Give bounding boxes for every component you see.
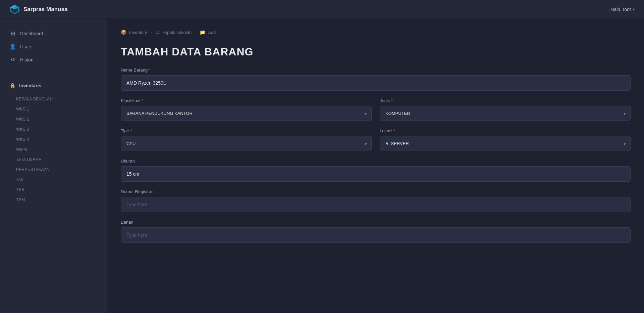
form-group-klasifikasi: Klasifikasi * SARANA PENDUKUNG KANTOR [121, 98, 372, 121]
breadcrumb-add[interactable]: 📁 Add [200, 30, 216, 35]
sidebar-item-wmm[interactable]: WMM [0, 144, 107, 154]
required-indicator: * [391, 98, 393, 103]
sidebar-item-tata-usaha[interactable]: TATA USAHA [0, 154, 107, 165]
label-tipe: Tipe * [121, 128, 372, 133]
label-klasifikasi: Klasifikasi * [121, 98, 372, 103]
required-indicator: * [394, 129, 395, 133]
label-lokasi: Lokasi * [380, 128, 631, 133]
breadcrumb: 📦 Inventory › 🗂 kepala sekolah › 📁 Add [121, 30, 631, 35]
form-row-tipe-lokasi: Tipe * CPU Lokasi * R. SERVER [121, 128, 631, 151]
sidebar-item-wks1[interactable]: WKS 1 [0, 104, 107, 114]
form-row-klasifikasi-jenis: Klasifikasi * SARANA PENDUKUNG KANTOR Je… [121, 98, 631, 121]
form-group-nomor-registrasi: Nomor Registrasi [121, 189, 631, 212]
sidebar-item-tkr[interactable]: TKR [0, 185, 107, 195]
nomor-registrasi-input[interactable] [121, 197, 631, 212]
form-group-lokasi: Lokasi * R. SERVER [380, 128, 631, 151]
chevron-down-icon: ▾ [633, 7, 635, 11]
lokasi-select[interactable]: R. SERVER [380, 136, 631, 151]
content-area: 📦 Inventory › 🗂 kepala sekolah › 📁 Add T… [107, 19, 644, 313]
sidebar-item-users[interactable]: 👤 Users [0, 40, 107, 53]
select-wrapper-jenis: KOMPUTER [380, 106, 631, 121]
form-group-nama-barang: Nama Barang * [121, 68, 631, 91]
nama-barang-input[interactable] [121, 75, 631, 91]
required-indicator: * [142, 98, 143, 103]
add-icon: 📁 [200, 30, 205, 35]
brand-logo [9, 4, 20, 15]
bahan-input[interactable] [121, 227, 631, 243]
form-group-jenis: Jenis * KOMPUTER [380, 98, 631, 121]
main-layout: ⊞ Dashboard 👤 Users ↺ Histori 🔒 Inventar… [0, 19, 644, 313]
sidebar-section-label: Inventaris [19, 83, 41, 88]
sidebar-item-tsm[interactable]: TSM [0, 195, 107, 205]
label-nomor-registrasi: Nomor Registrasi [121, 189, 631, 194]
sidebar-item-dashboard[interactable]: ⊞ Dashboard [0, 27, 107, 40]
ukuran-input[interactable] [121, 166, 631, 182]
required-indicator: * [130, 129, 132, 133]
user-greeting: Halo, root [610, 7, 631, 12]
label-nama-barang: Nama Barang * [121, 68, 631, 73]
sidebar-item-label: Dashboard [20, 31, 43, 36]
histori-icon: ↺ [9, 56, 16, 63]
sidebar-item-wks2[interactable]: WKS 2 [0, 114, 107, 124]
sidebar-item-kepala-sekolah[interactable]: KEPALA SEKOLAH [0, 94, 107, 104]
breadcrumb-inventory-label: Inventory [129, 30, 147, 35]
breadcrumb-sep-2: › [195, 30, 196, 35]
breadcrumb-kepala-sekolah[interactable]: 🗂 kepala sekolah [155, 30, 192, 35]
sidebar-item-perpustakaan[interactable]: PERPUSTAKAAN [0, 165, 107, 175]
sidebar-item-wks4[interactable]: WKS 4 [0, 134, 107, 144]
sidebar: ⊞ Dashboard 👤 Users ↺ Histori 🔒 Inventar… [0, 19, 107, 313]
sidebar-item-wks3[interactable]: WKS 3 [0, 124, 107, 134]
breadcrumb-inventory[interactable]: 📦 Inventory [121, 30, 147, 35]
page-title: TAMBAH DATA BARANG [121, 46, 631, 58]
sidebar-divider [9, 73, 98, 73]
sidebar-item-label: Users [20, 44, 33, 49]
select-wrapper-tipe: CPU [121, 136, 372, 151]
required-indicator: * [149, 68, 151, 73]
brand-name: Sarpras Manusa [23, 6, 67, 13]
select-wrapper-lokasi: R. SERVER [380, 136, 631, 151]
form-group-tipe: Tipe * CPU [121, 128, 372, 151]
sidebar-item-label: Histori [20, 57, 34, 62]
label-bahan: Bahan [121, 220, 631, 225]
klasifikasi-select[interactable]: SARANA PENDUKUNG KANTOR [121, 106, 372, 121]
sidebar-section-inventaris: 🔒 Inventaris [0, 80, 107, 94]
sidebar-item-tav[interactable]: TAV [0, 175, 107, 185]
label-jenis: Jenis * [380, 98, 631, 103]
folder-stack-icon: 🗂 [155, 30, 160, 35]
select-wrapper-klasifikasi: SARANA PENDUKUNG KANTOR [121, 106, 372, 121]
jenis-select[interactable]: KOMPUTER [380, 106, 631, 121]
breadcrumb-add-label: Add [208, 30, 216, 35]
brand: Sarpras Manusa [9, 4, 67, 15]
inventory-icon: 📦 [121, 30, 126, 35]
tipe-select[interactable]: CPU [121, 136, 372, 151]
dashboard-icon: ⊞ [9, 30, 16, 37]
breadcrumb-kepala-sekolah-label: kepala sekolah [162, 30, 192, 35]
form-group-ukuran: Ukuran [121, 159, 631, 182]
form-group-bahan: Bahan [121, 220, 631, 243]
sidebar-item-histori[interactable]: ↺ Histori [0, 53, 107, 66]
topbar: Sarpras Manusa Halo, root ▾ [0, 0, 644, 19]
user-menu[interactable]: Halo, root ▾ [610, 7, 635, 12]
label-ukuran: Ukuran [121, 159, 631, 164]
users-icon: 👤 [9, 43, 16, 50]
lock-icon: 🔒 [9, 83, 16, 89]
breadcrumb-sep-1: › [150, 30, 152, 35]
